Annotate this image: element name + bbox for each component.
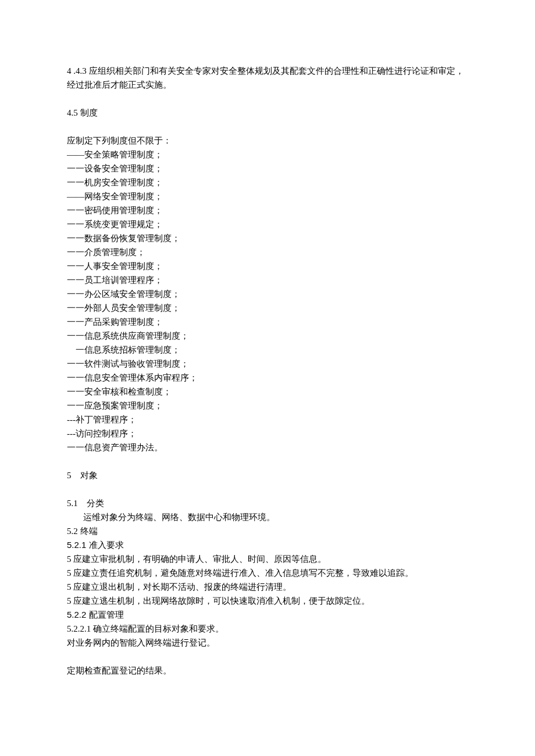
section-4-5-title: 4.5 制度 [67, 106, 468, 120]
section-5-2-1-title: 5.2.1 准入要求 [67, 538, 468, 552]
section-5-1-body: 运维对象分为终端、网络、数据中心和物理环境。 [67, 510, 468, 524]
requirement-item: 5 应建立逃生机制，出现网络故隙时，可以快速取消准入机制，便于故隙定位。 [67, 594, 468, 608]
document-page: 4 .4.3 应组织相关部门和有关安全专家对安全整体规划及其配套文件的合理性和正… [0, 0, 535, 712]
section-5-1-title: 5.1 分类 [67, 496, 468, 510]
policy-item: 一一办公区域安全管理制度； [67, 287, 468, 301]
section-5-title: 5 对象 [67, 468, 468, 482]
policy-item: 一一应急预案管理制度； [67, 399, 468, 413]
section-4-4-3: 4 .4.3 应组织相关部门和有关安全专家对安全整体规划及其配套文件的合理性和正… [67, 64, 468, 92]
policy-item: ——安全策略管理制度； [67, 148, 468, 162]
requirement-item: 5 应建立审批机制，有明确的申请人、审批人、时间、原因等信息。 [67, 552, 468, 566]
policy-item: ---访问控制程序； [67, 427, 468, 440]
policy-item: 一一数据备份恢复管理制度； [67, 231, 468, 245]
policy-item: 一一信息系统供应商管理制度； [67, 329, 468, 343]
policy-item: 一一产品采购管理制度； [67, 315, 468, 329]
policy-item: 一一机房安全管理制度； [67, 175, 468, 189]
policy-item: 一一信息资产管理办法。 [67, 440, 468, 454]
policy-item: ---补丁管理程序； [67, 413, 468, 427]
section-5-2-title: 5.2 终端 [67, 524, 468, 538]
policy-item: 一一外部人员安全管理制度； [67, 301, 468, 315]
section-5-2-2-1-body1: 对业务网内的智能入网终端进行登记。 [67, 636, 468, 650]
policy-item: 一一密码使用管理制度； [67, 203, 468, 217]
policy-item: 一一设备安全管理制度； [67, 162, 468, 175]
policy-item: 一一信息安全管理体系内审程序； [67, 371, 468, 385]
requirement-item: 5 应建立退出机制，对长期不活动、报废的终端进行清理。 [67, 580, 468, 594]
policy-item: ——网络安全管理制度； [67, 189, 468, 203]
requirement-item: 5 应建立责任追究机制，避免随意对终端进行准入、准入信息填写不完整，导致难以追踪… [67, 566, 468, 580]
section-5-2-2-1-body2: 定期检查配置登记的结果。 [67, 664, 468, 678]
policy-item: 一一系统变更管理规定； [67, 217, 468, 231]
policy-item: 一一人事安全管理制度； [67, 259, 468, 273]
policy-item: 一信息系统招标管理制度； [67, 343, 468, 357]
policy-item: 一一安全审核和检查制度； [67, 385, 468, 399]
section-5-2-2-1: 5.2.2.1 确立终端配置的目标对象和要求。 [67, 622, 468, 636]
policy-item: 一一软件测试与验收管理制度； [67, 357, 468, 371]
policy-item: 一一员工培训管理程序； [67, 273, 468, 287]
policy-item: 一一介质管理制度； [67, 245, 468, 259]
section-5-2-2-title: 5.2.2 配置管理 [67, 608, 468, 622]
section-4-5-intro: 应制定下列制度但不限于： [67, 134, 468, 148]
